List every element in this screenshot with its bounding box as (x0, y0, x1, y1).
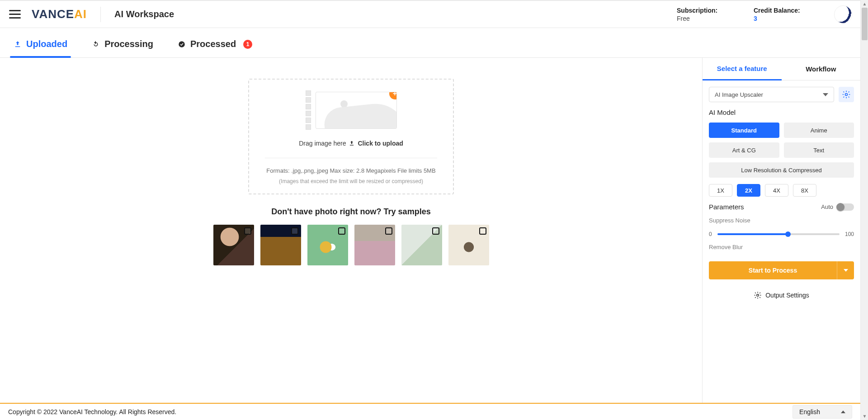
subscription-label: Subscription: (677, 7, 730, 14)
svg-point-0 (179, 41, 185, 47)
tab-processed-label: Processed (190, 39, 236, 49)
remove-blur-label: Remove Blur (709, 244, 854, 250)
scrollbar-up[interactable]: ▲ (861, 0, 868, 8)
sample-image-6[interactable] (448, 225, 489, 265)
model-text[interactable]: Text (784, 142, 854, 158)
checkbox-icon[interactable] (338, 227, 345, 235)
samples-heading: Don't have photo right now? Try samples (271, 207, 430, 217)
suppress-max: 100 (845, 231, 854, 237)
subscription-block: Subscription: Free (677, 7, 730, 22)
tab-processing[interactable]: Processing (92, 39, 153, 57)
click-upload-text: Click to upload (358, 140, 403, 147)
parameters-heading: Parameters (709, 203, 744, 211)
upload-small-icon (349, 140, 355, 146)
tab-processing-label: Processing (104, 39, 153, 49)
checkbox-icon[interactable] (479, 227, 486, 235)
tab-uploaded[interactable]: Uploaded (14, 39, 67, 57)
page-title: AI Workspace (114, 9, 174, 19)
suppress-noise-label: Suppress Noise (709, 217, 854, 224)
sidebar-tab-feature[interactable]: Select a feature (703, 58, 782, 80)
check-circle-icon (178, 40, 186, 48)
divider (265, 158, 438, 158)
svg-point-1 (845, 94, 848, 96)
menu-icon[interactable] (8, 8, 22, 21)
checkbox-icon[interactable] (432, 227, 439, 235)
checkbox-icon[interactable] (291, 227, 298, 235)
upload-dropzone[interactable]: + Drag image here Click to upload Format… (248, 79, 454, 194)
resize-note: (Images that exceed the limit will be re… (266, 177, 435, 185)
scale-4x[interactable]: 4X (765, 184, 788, 197)
sample-image-2[interactable] (260, 225, 301, 265)
gear-icon (842, 90, 851, 99)
start-process-dropdown[interactable] (837, 261, 854, 279)
model-anime[interactable]: Anime (784, 123, 854, 138)
checkbox-icon[interactable] (244, 227, 251, 235)
logo-text: VANCE (32, 7, 74, 21)
avatar[interactable] (834, 5, 852, 24)
language-select[interactable]: English (793, 405, 852, 419)
credit-label: Credit Balance: (754, 7, 807, 14)
sample-image-4[interactable] (354, 225, 395, 265)
model-lowres[interactable]: Low Resolution & Compressed (709, 162, 854, 178)
formats-text: Formats: .jpg,.png,.jpeg Max size: 2.8 M… (266, 167, 435, 174)
feature-select-value: AI Image Upscaler (715, 91, 763, 98)
svg-point-2 (757, 294, 759, 297)
language-value: English (799, 408, 820, 415)
checkbox-icon[interactable] (385, 227, 392, 235)
scale-1x[interactable]: 1X (709, 184, 732, 197)
feature-select[interactable]: AI Image Upscaler (709, 87, 834, 102)
processed-badge: 1 (243, 40, 252, 49)
sample-image-1[interactable] (213, 225, 254, 265)
divider (100, 7, 101, 22)
gear-icon (754, 291, 762, 299)
output-settings-button[interactable]: Output Settings (709, 286, 854, 305)
upload-icon (14, 40, 22, 48)
chevron-down-icon (844, 269, 848, 272)
subscription-value: Free (677, 15, 730, 22)
scrollbar-down[interactable]: ▼ (861, 412, 868, 420)
sample-image-5[interactable] (401, 225, 442, 265)
chevron-up-icon (841, 411, 845, 413)
start-process-button[interactable]: Start to Process (709, 261, 837, 279)
copyright-text: Copyright © 2022 VanceAI Technology. All… (8, 408, 176, 415)
model-standard[interactable]: Standard (709, 123, 779, 138)
sidebar-tab-workflow[interactable]: Workflow (782, 58, 861, 80)
auto-label: Auto (821, 203, 833, 210)
drag-text: Drag image here (299, 140, 346, 147)
scale-8x[interactable]: 8X (793, 184, 816, 197)
tab-processed[interactable]: Processed 1 (178, 39, 252, 57)
chevron-down-icon (823, 93, 828, 96)
plus-icon: + (389, 92, 397, 99)
sample-image-3[interactable] (307, 225, 348, 265)
suppress-min: 0 (709, 231, 712, 237)
scrollbar-thumb[interactable] (862, 8, 868, 40)
logo[interactable]: VANCE AI (32, 7, 87, 21)
model-art-cg[interactable]: Art & CG (709, 142, 779, 158)
suppress-noise-slider[interactable] (717, 233, 840, 235)
refresh-icon (92, 40, 100, 48)
feature-settings-button[interactable] (839, 87, 854, 102)
tab-uploaded-label: Uploaded (26, 39, 67, 49)
credit-value[interactable]: 3 (754, 15, 807, 22)
ai-model-heading: AI Model (709, 109, 854, 116)
auto-toggle[interactable] (837, 203, 854, 211)
credit-block: Credit Balance: 3 (754, 7, 807, 22)
dropzone-illustration: + (306, 90, 397, 130)
logo-text-ai: AI (74, 7, 87, 21)
scale-2x[interactable]: 2X (737, 184, 760, 197)
